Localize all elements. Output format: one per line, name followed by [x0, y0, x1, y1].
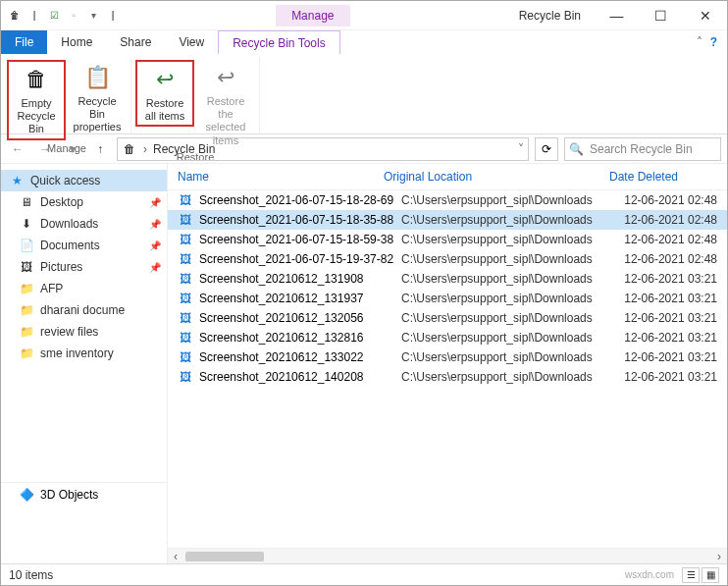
tab-file[interactable]: File: [1, 30, 47, 54]
quick-access-toolbar: 🗑 | ☑ ▫ ▾ |: [1, 8, 121, 24]
file-row[interactable]: 🖼 Screenshot_20210612_132056 C:\Users\er…: [168, 308, 727, 328]
sidebar-item[interactable]: 🖥 Desktop 📌: [1, 191, 167, 213]
maximize-button[interactable]: ☐: [639, 1, 683, 30]
folder-icon: 🖥: [19, 194, 34, 210]
window-controls: — ☐ ✕: [595, 1, 727, 30]
close-button[interactable]: ✕: [683, 1, 727, 30]
restore-all-icon: ↩: [149, 64, 181, 95]
qat-checkbox-icon[interactable]: ☑: [46, 8, 62, 24]
tab-recycle-bin-tools[interactable]: Recycle Bin Tools: [218, 30, 340, 54]
sidebar-item[interactable]: 📁 review files: [1, 321, 167, 343]
tab-home[interactable]: Home: [47, 30, 106, 54]
sidebar-item[interactable]: 📁 sme inventory: [1, 343, 167, 364]
recycle-bin-properties-button[interactable]: 📋 Recycle Bin properties: [68, 60, 127, 136]
file-name: Screenshot_2021-06-07-15-18-35-88: [199, 213, 395, 227]
qat-dropdown-icon[interactable]: ▾: [85, 8, 101, 24]
nav-recent-button[interactable]: ▾: [62, 138, 83, 160]
ribbon-collapse-icon[interactable]: ˄: [697, 35, 702, 49]
file-name: Screenshot_20210612_131937: [199, 292, 395, 305]
file-name: Screenshot_20210612_131908: [199, 272, 395, 286]
sidebar-item-label: Desktop: [40, 195, 83, 209]
sidebar-item-label: AFP: [40, 282, 63, 295]
icons-view-button[interactable]: ▦: [702, 567, 719, 583]
qat-separator: |: [105, 8, 121, 24]
file-row[interactable]: 🖼 Screenshot_20210612_132816 C:\Users\er…: [168, 328, 727, 347]
refresh-button[interactable]: ⟳: [535, 137, 558, 161]
sidebar-quick-access[interactable]: ★ Quick access: [1, 170, 167, 191]
restore-all-button[interactable]: ↩ Restore all items: [135, 60, 194, 127]
context-tab-manage[interactable]: Manage: [276, 5, 349, 27]
sidebar-item-label: dharani docume: [40, 303, 125, 317]
minimize-button[interactable]: —: [595, 1, 639, 30]
search-box[interactable]: 🔍 Search Recycle Bin: [564, 137, 721, 161]
restore-selected-icon: ↩: [210, 62, 241, 93]
address-box[interactable]: 🗑 › Recycle Bin ˅: [117, 137, 529, 161]
tab-share[interactable]: Share: [106, 30, 165, 54]
sidebar-item[interactable]: 📄 Documents 📌: [1, 235, 167, 256]
context-tab-area: Manage: [121, 5, 505, 27]
col-header-name[interactable]: Name: [178, 170, 384, 184]
file-date-deleted: 12-06-2021 03:21: [609, 292, 717, 305]
qat-properties-icon[interactable]: ▫: [66, 8, 81, 24]
sidebar-label: 3D Objects: [40, 488, 98, 502]
image-file-icon: 🖼: [178, 330, 193, 346]
horizontal-scrollbar[interactable]: ‹ ›: [168, 548, 727, 563]
nav-up-button[interactable]: ↑: [89, 138, 111, 160]
file-name: Screenshot_20210612_133022: [199, 350, 395, 364]
breadcrumb-chevron-icon[interactable]: ›: [143, 142, 147, 156]
file-date-deleted: 12-06-2021 03:21: [609, 370, 717, 384]
file-location: C:\Users\erpsupport_sipl\Downloads: [401, 252, 603, 266]
details-view-button[interactable]: ☰: [682, 567, 700, 583]
nav-forward-button[interactable]: →: [34, 138, 56, 160]
sidebar-item[interactable]: 📁 AFP: [1, 278, 167, 299]
recycle-bin-icon[interactable]: 🗑: [7, 8, 23, 24]
image-file-icon: 🖼: [178, 310, 193, 326]
file-date-deleted: 12-06-2021 02:48: [609, 213, 717, 227]
file-date-deleted: 12-06-2021 03:21: [609, 331, 717, 345]
scroll-left-icon[interactable]: ‹: [168, 550, 183, 563]
file-row[interactable]: 🖼 Screenshot_2021-06-07-15-18-35-88 C:\U…: [168, 210, 727, 230]
col-header-date-deleted[interactable]: Date Deleted: [609, 170, 717, 184]
folder-icon: 📄: [19, 238, 34, 253]
empty-recycle-bin-button[interactable]: 🗑 Empty Recycle Bin: [7, 60, 66, 140]
help-icon[interactable]: ?: [710, 35, 717, 49]
scroll-right-icon[interactable]: ›: [711, 550, 727, 563]
file-name: Screenshot_2021-06-07-15-18-28-69: [199, 193, 395, 207]
col-header-location[interactable]: Original Location: [384, 170, 609, 184]
sidebar-item[interactable]: 📁 dharani docume: [1, 299, 167, 321]
file-row[interactable]: 🖼 Screenshot_20210612_140208 C:\Users\er…: [168, 367, 727, 387]
image-file-icon: 🖼: [178, 369, 193, 385]
tab-view[interactable]: View: [165, 30, 218, 54]
file-location: C:\Users\erpsupport_sipl\Downloads: [401, 370, 603, 384]
pin-icon: 📌: [149, 219, 161, 230]
titlebar: 🗑 | ☑ ▫ ▾ | Manage Recycle Bin — ☐ ✕: [1, 1, 727, 30]
address-dropdown-icon[interactable]: ˅: [518, 142, 524, 156]
image-file-icon: 🖼: [178, 251, 193, 267]
file-row[interactable]: 🖼 Screenshot_20210612_131937 C:\Users\er…: [168, 289, 727, 308]
window-title: Recycle Bin: [505, 9, 595, 23]
file-location: C:\Users\erpsupport_sipl\Downloads: [401, 331, 603, 345]
ribbon-group-manage: 🗑 Empty Recycle Bin 📋 Recycle Bin proper…: [3, 58, 131, 133]
file-row[interactable]: 🖼 Screenshot_2021-06-07-15-18-59-38 C:\U…: [168, 230, 727, 249]
search-icon: 🔍: [569, 142, 584, 156]
image-file-icon: 🖼: [178, 271, 193, 287]
file-row[interactable]: 🖼 Screenshot_20210612_133022 C:\Users\er…: [168, 347, 727, 367]
sidebar-3d-objects[interactable]: 🔷 3D Objects: [1, 482, 167, 506]
file-date-deleted: 12-06-2021 03:21: [609, 272, 717, 286]
folder-icon: 🖼: [19, 259, 34, 275]
sidebar-item[interactable]: ⬇ Downloads 📌: [1, 213, 167, 235]
image-file-icon: 🖼: [178, 349, 193, 365]
nav-sidebar: ★ Quick access 🖥 Desktop 📌⬇ Downloads 📌📄…: [1, 164, 168, 563]
column-headers: Name Original Location Date Deleted: [168, 164, 727, 190]
file-row[interactable]: 🖼 Screenshot_2021-06-07-15-19-37-82 C:\U…: [168, 249, 727, 269]
file-location: C:\Users\erpsupport_sipl\Downloads: [401, 193, 603, 207]
restore-selected-button[interactable]: ↩ Restore the selected items: [196, 60, 255, 149]
scroll-thumb[interactable]: [185, 552, 264, 561]
search-placeholder: Search Recycle Bin: [590, 142, 693, 156]
sidebar-item[interactable]: 🖼 Pictures 📌: [1, 256, 167, 278]
sidebar-item-label: review files: [40, 325, 98, 339]
image-file-icon: 🖼: [178, 291, 193, 306]
file-row[interactable]: 🖼 Screenshot_20210612_131908 C:\Users\er…: [168, 269, 727, 289]
nav-back-button[interactable]: ←: [7, 138, 28, 160]
file-row[interactable]: 🖼 Screenshot_2021-06-07-15-18-28-69 C:\U…: [168, 190, 727, 210]
